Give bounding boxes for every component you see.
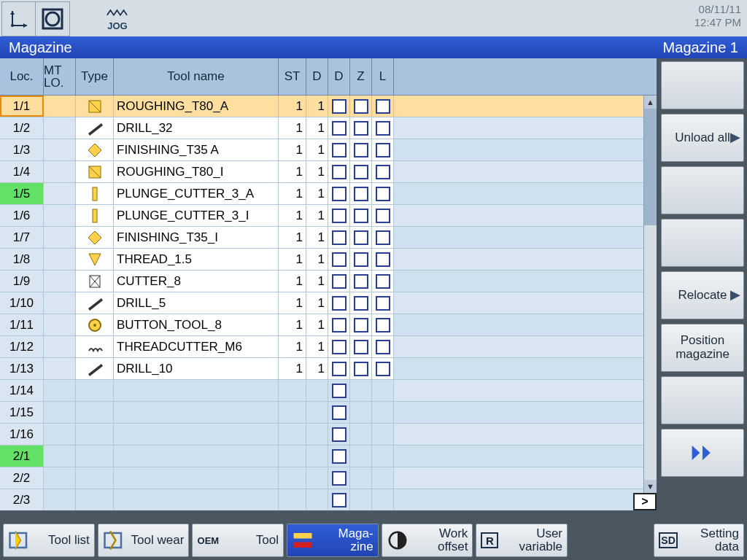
cell-z[interactable] (350, 271, 372, 292)
cell-l[interactable] (372, 249, 394, 270)
cell-z[interactable] (350, 467, 372, 489)
checkbox-icon[interactable] (332, 99, 347, 114)
cell-z[interactable] (350, 446, 372, 467)
cell-z[interactable] (350, 139, 372, 160)
cell-d2[interactable] (328, 380, 350, 401)
vertical-scrollbar[interactable]: ▲ ▼ (643, 96, 657, 493)
cell-d2[interactable] (328, 402, 350, 423)
checkbox-icon[interactable] (332, 362, 347, 376)
softkey-next-page[interactable] (661, 429, 744, 477)
checkbox-icon[interactable] (376, 340, 390, 354)
cell-d2[interactable] (328, 183, 350, 204)
checkbox-icon[interactable] (376, 274, 390, 289)
cell-l[interactable] (372, 96, 394, 117)
softkey-4[interactable] (661, 219, 744, 267)
checkbox-icon[interactable] (332, 143, 347, 158)
scroll-right-button[interactable]: > (633, 493, 657, 510)
table-row[interactable]: 1/16 (0, 424, 643, 446)
softkey-7[interactable] (661, 376, 744, 424)
checkbox-icon[interactable] (354, 209, 368, 223)
checkbox-icon[interactable] (376, 209, 390, 223)
cell-l[interactable] (372, 380, 394, 401)
cell-z[interactable] (350, 161, 372, 182)
checkbox-icon[interactable] (332, 471, 347, 486)
cell-z[interactable] (350, 314, 372, 335)
checkbox-icon[interactable] (332, 121, 347, 136)
cell-z[interactable] (350, 424, 372, 445)
table-row[interactable]: 1/10DRILL_511 (0, 292, 643, 314)
cell-l[interactable] (372, 358, 394, 379)
btn-tool-wear[interactable]: Tool wear (98, 524, 190, 557)
cell-d2[interactable] (328, 117, 350, 139)
cell-d2[interactable] (328, 205, 350, 226)
cell-l[interactable] (372, 467, 394, 489)
table-row[interactable]: 1/14 (0, 380, 643, 402)
cell-d2[interactable] (328, 161, 350, 182)
checkbox-icon[interactable] (332, 427, 347, 442)
cell-z[interactable] (350, 205, 372, 226)
table-row[interactable]: 1/1ROUGHING_T80_A11 (0, 96, 643, 117)
btn-setting-data[interactable]: SD Setting data (654, 524, 744, 557)
checkbox-icon[interactable] (354, 121, 368, 136)
checkbox-icon[interactable] (354, 296, 368, 311)
checkbox-icon[interactable] (376, 165, 390, 179)
cell-z[interactable] (350, 402, 372, 423)
cell-z[interactable] (350, 489, 372, 510)
table-row[interactable]: 1/15 (0, 402, 643, 424)
cell-d2[interactable] (328, 139, 350, 160)
cell-z[interactable] (350, 336, 372, 357)
cell-l[interactable] (372, 183, 394, 204)
softkey-position-magazine[interactable]: Position magazine (661, 324, 744, 372)
cell-z[interactable] (350, 249, 372, 270)
cell-d2[interactable] (328, 292, 350, 314)
softkey-unload-all[interactable]: Unload all▶ (661, 114, 744, 162)
table-row[interactable]: 1/8THREAD_1.511 (0, 249, 643, 271)
checkbox-icon[interactable] (332, 230, 347, 245)
checkbox-icon[interactable] (332, 165, 347, 179)
checkbox-icon[interactable] (354, 99, 368, 114)
cell-l[interactable] (372, 402, 394, 423)
cell-d2[interactable] (328, 271, 350, 292)
checkbox-icon[interactable] (332, 209, 347, 223)
table-row[interactable]: 2/3 (0, 489, 643, 510)
cell-z[interactable] (350, 227, 372, 248)
cell-z[interactable] (350, 380, 372, 401)
btn-user-variable[interactable]: R User variable (476, 524, 568, 557)
table-row[interactable]: 1/4ROUGHING_T80_I11 (0, 161, 643, 183)
table-row[interactable]: 1/12THREADCUTTER_M611 (0, 336, 643, 358)
checkbox-icon[interactable] (332, 493, 347, 508)
checkbox-icon[interactable] (376, 121, 390, 136)
checkbox-icon[interactable] (332, 340, 347, 354)
checkbox-icon[interactable] (354, 187, 368, 201)
cell-z[interactable] (350, 96, 372, 117)
table-row[interactable]: 1/6PLUNGE_CUTTER_3_I11 (0, 205, 643, 227)
scroll-down-icon[interactable]: ▼ (644, 480, 657, 493)
checkbox-icon[interactable] (376, 296, 390, 311)
checkbox-icon[interactable] (376, 99, 390, 114)
cell-d2[interactable] (328, 336, 350, 357)
checkbox-icon[interactable] (332, 405, 347, 420)
table-row[interactable]: 1/13DRILL_1011 (0, 358, 643, 380)
checkbox-icon[interactable] (354, 318, 368, 332)
checkbox-icon[interactable] (354, 230, 368, 245)
checkbox-icon[interactable] (332, 318, 347, 332)
btn-work-offset[interactable]: Work offset (382, 524, 473, 557)
table-row[interactable]: 1/3FINISHING_T35 A11 (0, 139, 643, 161)
softkey-1[interactable] (661, 61, 744, 109)
cell-l[interactable] (372, 227, 394, 248)
checkbox-icon[interactable] (332, 252, 347, 267)
checkbox-icon[interactable] (332, 274, 347, 289)
checkbox-icon[interactable] (376, 230, 390, 245)
cell-l[interactable] (372, 336, 394, 357)
checkbox-icon[interactable] (332, 449, 347, 464)
table-row[interactable]: 2/2 (0, 467, 643, 489)
cell-l[interactable] (372, 139, 394, 160)
cell-d2[interactable] (328, 446, 350, 467)
cell-d2[interactable] (328, 314, 350, 335)
checkbox-icon[interactable] (376, 143, 390, 158)
cell-z[interactable] (350, 117, 372, 139)
table-row[interactable]: 1/7FINISHING_T35_I11 (0, 227, 643, 249)
cell-d2[interactable] (328, 467, 350, 489)
cell-d2[interactable] (328, 249, 350, 270)
cell-l[interactable] (372, 292, 394, 314)
